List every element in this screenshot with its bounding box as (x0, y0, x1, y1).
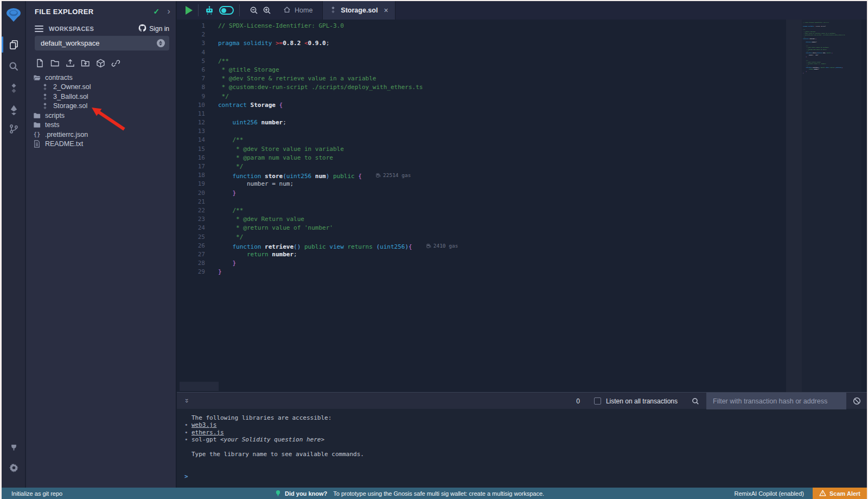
code-line[interactable]: 21 (177, 198, 786, 206)
code-line[interactable]: 24 * @return value of 'number' (177, 224, 786, 232)
line-number[interactable]: 10 (177, 101, 205, 110)
line-number[interactable]: 4 (177, 48, 205, 57)
line-number[interactable]: 23 (177, 215, 205, 224)
code-line[interactable]: 20 } (177, 189, 786, 198)
code-line[interactable]: 13 (177, 127, 786, 136)
terminal-output[interactable]: The following libraries are accessible:•… (177, 409, 867, 488)
code-line[interactable]: 6 * @title Storage (177, 66, 786, 74)
collapse-terminal-icon[interactable]: ›› (184, 399, 188, 402)
terminal-link[interactable]: ethers.js (192, 429, 224, 436)
code-editor[interactable]: 1// SPDX-License-Identifier: GPL-3.023pr… (177, 20, 867, 392)
line-number[interactable]: 6 (177, 66, 205, 74)
code-line[interactable]: 17 */ (177, 162, 786, 171)
code-line[interactable]: 26 function retrieve() public view retur… (177, 242, 786, 250)
link-icon[interactable] (111, 58, 121, 68)
line-number[interactable]: 1 (177, 22, 205, 30)
upload-file-icon[interactable] (65, 58, 75, 68)
editor-minimap[interactable]: // SPDX-License-Identifier: GPL-3.0 prag… (802, 20, 861, 392)
rail-solidity-compiler-button[interactable] (2, 78, 25, 98)
line-number[interactable]: 2 (177, 30, 205, 39)
run-script-button[interactable] (186, 6, 193, 15)
code-line[interactable]: 2 (177, 30, 786, 39)
rail-file-explorer-button[interactable] (2, 34, 25, 55)
line-number[interactable]: 24 (177, 224, 205, 232)
code-line[interactable]: 5/** (177, 57, 786, 66)
new-file-icon[interactable] (35, 58, 45, 68)
code-line[interactable]: 4 (177, 48, 786, 57)
cube-icon[interactable] (95, 58, 106, 68)
scam-alert-button[interactable]: Scam Alert (813, 488, 867, 499)
file-tree-item-contracts[interactable]: contracts (26, 73, 176, 83)
terminal-link[interactable]: web3.js (192, 421, 216, 428)
git-init-button[interactable]: Initialize as git repo (11, 490, 62, 497)
rail-deploy-run-button[interactable] (2, 99, 25, 120)
line-number[interactable]: 15 (177, 145, 205, 154)
filter-input[interactable] (706, 393, 846, 409)
code-line[interactable]: 25 */ (177, 233, 786, 242)
line-number[interactable]: 3 (177, 39, 205, 48)
terminal-prompt[interactable]: > (184, 473, 188, 480)
line-number[interactable]: 5 (177, 57, 205, 66)
upload-folder-icon[interactable] (80, 58, 91, 68)
code-line[interactable]: 7 * @dev Store & retrieve value in a var… (177, 74, 786, 83)
file-tree-item-readme-txt[interactable]: README.txt (26, 140, 176, 149)
line-number[interactable]: 16 (177, 154, 205, 162)
line-number[interactable]: 18 (177, 171, 205, 180)
zoom-out-icon[interactable] (250, 6, 258, 15)
hamburger-menu-icon[interactable] (35, 26, 43, 32)
line-number[interactable]: 22 (177, 206, 205, 215)
file-tree-item-storage-sol[interactable]: Storage.sol (26, 102, 176, 111)
line-number[interactable]: 29 (177, 268, 205, 276)
line-number[interactable]: 26 (177, 242, 205, 250)
code-line[interactable]: 28 } (177, 259, 786, 268)
file-tree-item-scripts[interactable]: scripts (26, 111, 176, 121)
file-tree-item-tests[interactable]: tests (26, 121, 176, 130)
line-number[interactable]: 11 (177, 110, 205, 118)
code-line[interactable]: 22 /** (177, 206, 786, 215)
tab-home[interactable]: Home (277, 1, 319, 20)
copilot-toggle[interactable] (219, 6, 234, 15)
code-line[interactable]: 9 */ (177, 92, 786, 101)
rail-settings-button[interactable] (2, 457, 25, 478)
editor-scrollbar[interactable] (786, 20, 802, 392)
line-number[interactable]: 27 (177, 250, 205, 259)
file-tree-item-3-ballot-sol[interactable]: 3_Ballot.sol (26, 92, 176, 102)
line-number[interactable]: 8 (177, 83, 205, 92)
rail-plugin-manager-button[interactable] (2, 435, 25, 456)
line-number[interactable]: 19 (177, 180, 205, 188)
line-number[interactable]: 13 (177, 127, 205, 136)
line-number[interactable]: 28 (177, 259, 205, 268)
zoom-in-icon[interactable] (263, 6, 271, 15)
listen-all-checkbox[interactable] (594, 397, 601, 405)
close-tab-icon[interactable]: × (384, 6, 388, 15)
code-line[interactable]: 10contract Storage { (177, 101, 786, 110)
line-number[interactable]: 21 (177, 198, 205, 206)
editor-hscrollbar[interactable] (180, 382, 219, 391)
code-line[interactable]: 19 number = num; (177, 180, 786, 188)
tab-storage-sol[interactable]: Storage.sol × (322, 1, 395, 20)
rail-search-button[interactable] (2, 56, 25, 77)
file-tree-item-2-owner-sol[interactable]: 2_Owner.sol (26, 83, 176, 92)
sign-in-button[interactable]: Sign in (138, 24, 169, 34)
copilot-status[interactable]: RemixAI Copilot (enabled) (735, 490, 804, 497)
new-folder-icon[interactable] (50, 58, 60, 68)
code-line[interactable]: 18 function store(uint256 num) public {2… (177, 171, 786, 180)
rail-git-button[interactable] (2, 118, 25, 139)
clear-console-icon[interactable] (846, 397, 867, 405)
ai-copilot-robot-icon[interactable] (204, 5, 215, 16)
workspace-stepper-icon[interactable] (157, 39, 165, 47)
rail-remix-logo-button[interactable] (2, 4, 25, 25)
line-number[interactable]: 14 (177, 136, 205, 144)
code-line[interactable]: 23 * @dev Return value (177, 215, 786, 224)
file-tree-item--prettierrc-json[interactable]: {}.prettierrc.json (26, 130, 176, 140)
workspace-select[interactable]: default_workspace (35, 36, 169, 50)
code-line[interactable]: 14 /** (177, 136, 786, 144)
line-number[interactable]: 20 (177, 189, 205, 198)
line-number[interactable]: 12 (177, 118, 205, 127)
code-line[interactable]: 12 uint256 number; (177, 118, 786, 127)
code-line[interactable]: 8 * @custom:dev-run-script ./scripts/dep… (177, 83, 786, 92)
line-number[interactable]: 17 (177, 162, 205, 171)
code-line[interactable]: 27 return number; (177, 250, 786, 259)
line-number[interactable]: 9 (177, 92, 205, 101)
code-line[interactable]: 29} (177, 268, 786, 276)
